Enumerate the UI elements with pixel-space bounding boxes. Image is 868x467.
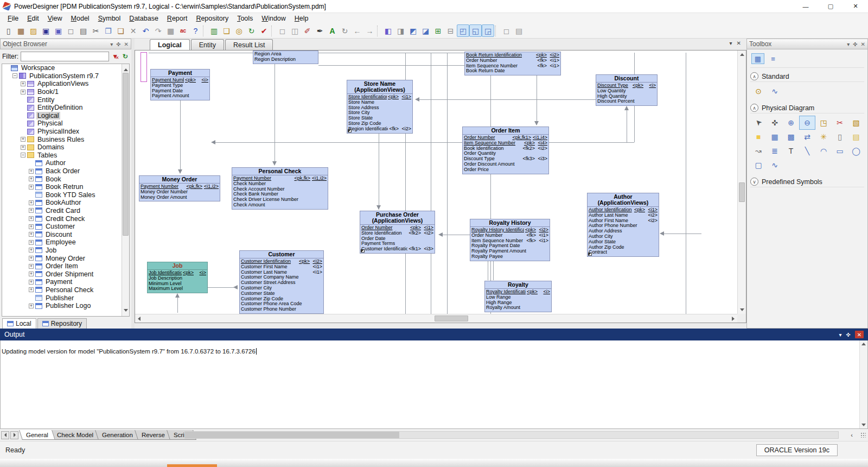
toolbar-button-spell-check[interactable]: ac bbox=[177, 24, 189, 37]
chevron-down-icon[interactable]: ▾ bbox=[839, 332, 842, 338]
vertical-scroll-thumb[interactable] bbox=[739, 182, 745, 202]
toolbar-button-page-one-window[interactable]: ◩ bbox=[407, 24, 419, 37]
table-symbol-royalty-history[interactable]: Royalty HistoryRoyalty History Identific… bbox=[470, 219, 550, 261]
tree-item-book-1[interactable]: +Book/1 bbox=[2, 88, 129, 96]
expander-icon[interactable]: + bbox=[29, 256, 34, 261]
tool-package[interactable]: ■ bbox=[750, 130, 767, 144]
menu-model[interactable]: Model bbox=[67, 14, 94, 23]
tool-rectangle[interactable]: ▭ bbox=[832, 144, 848, 158]
tool-zoom-page[interactable]: ⊙ bbox=[750, 84, 767, 98]
toolbar-button-check-model[interactable]: ✔ bbox=[258, 24, 270, 37]
toolbar-button-text-style[interactable]: A bbox=[326, 24, 339, 37]
menu-edit[interactable]: Edit bbox=[23, 14, 43, 23]
tree-item-book-ytd-sales[interactable]: +Book YTD Sales bbox=[2, 191, 129, 199]
tool-view[interactable]: ▩ bbox=[783, 130, 799, 144]
toolbar-button-generate-sync-window[interactable]: ⊞ bbox=[432, 24, 444, 37]
expand-chevron-icon[interactable]: ∨ bbox=[750, 178, 758, 186]
tree-item-order-shipment[interactable]: +Order Shipment bbox=[2, 270, 129, 278]
tree-item-credit-card[interactable]: +Credit Card bbox=[2, 207, 129, 215]
tree-item-customer[interactable]: +Customer bbox=[2, 223, 129, 231]
tool-line[interactable]: ╲ bbox=[799, 144, 815, 158]
toolbar-button-go-next[interactable]: → bbox=[363, 24, 376, 37]
table-symbol-personal-check[interactable]: Personal CheckPayment Number<pk,fk><i1,i… bbox=[232, 167, 328, 210]
toolbar-button-auto-layout[interactable]: ◫ bbox=[289, 24, 301, 37]
tool-open-diagram[interactable]: ◳ bbox=[815, 116, 832, 130]
toolbar-button-fill-style[interactable]: ✒ bbox=[314, 24, 326, 37]
tree-item-money-order[interactable]: +Money Order bbox=[2, 254, 129, 262]
tool-file[interactable]: ▯ bbox=[832, 130, 848, 144]
tree-item-applicationviews[interactable]: +ApplicationViews bbox=[2, 80, 129, 88]
toolbar-button-print-2[interactable]: ▤ bbox=[513, 24, 525, 37]
tree-item-publisher[interactable]: +Publisher bbox=[2, 294, 129, 302]
tree-item-tables[interactable]: −Tables bbox=[2, 152, 129, 160]
tree-item-physicalindex[interactable]: +PhysicalIndex bbox=[2, 128, 129, 136]
output-tab-reverse[interactable]: Reverse bbox=[135, 430, 172, 440]
expand-corner-icon[interactable] bbox=[348, 129, 352, 132]
toolbar-button-rotate[interactable]: ↻ bbox=[339, 24, 351, 37]
toolbar-button-go-previous[interactable]: ← bbox=[351, 24, 363, 37]
menu-view[interactable]: View bbox=[43, 14, 67, 23]
toolbar-button-paste-as-shortcut[interactable]: ❏ bbox=[220, 24, 233, 37]
chevron-down-icon[interactable]: ▾ bbox=[110, 41, 113, 47]
expander-icon[interactable]: + bbox=[29, 224, 34, 229]
collapse-chevron-icon[interactable]: ∧ bbox=[750, 104, 758, 112]
scroll-down-icon[interactable] bbox=[740, 308, 744, 311]
scroll-right-icon[interactable] bbox=[732, 317, 735, 321]
menu-window[interactable]: Window bbox=[257, 14, 290, 23]
expand-corner-icon[interactable] bbox=[588, 253, 592, 256]
diagram-tab-result-list[interactable]: Result List bbox=[225, 39, 273, 50]
tree-item-credit-check[interactable]: +Credit Check bbox=[2, 214, 129, 223]
tool-arc[interactable]: ◠ bbox=[815, 144, 832, 158]
expander-icon[interactable]: + bbox=[29, 185, 34, 190]
tree-item-physical[interactable]: +Physical bbox=[2, 119, 129, 128]
toolbar-button-grid-view-window[interactable]: ◲ bbox=[482, 24, 494, 37]
expander-icon[interactable]: + bbox=[21, 137, 25, 142]
expander-icon[interactable]: + bbox=[21, 145, 25, 150]
toolbar-button-open-file[interactable]: ▨ bbox=[27, 24, 40, 37]
tool-text[interactable]: T bbox=[783, 144, 799, 158]
toolbar-button-page-two-window[interactable]: ◪ bbox=[419, 24, 432, 37]
table-symbol-customer[interactable]: CustomerCustomer Identification<pk><i2>C… bbox=[239, 250, 324, 314]
expand-corner-icon[interactable] bbox=[361, 249, 365, 253]
toolbar-button-new-document[interactable]: ▯ bbox=[2, 24, 15, 37]
close-icon[interactable]: ✕ bbox=[737, 40, 741, 46]
expander-icon[interactable]: + bbox=[29, 272, 34, 276]
tool-extended-dependency[interactable]: ↝ bbox=[750, 144, 767, 158]
resize-grip[interactable] bbox=[860, 432, 866, 438]
menu-file[interactable]: File bbox=[3, 14, 23, 23]
toolbar-button-open-workspace[interactable]: ▦ bbox=[15, 24, 27, 37]
tree-item-business-rules[interactable]: +Business Rules bbox=[2, 135, 129, 143]
table-symbol-payment[interactable]: PaymentPayment Number<pk><i>Payment Type… bbox=[150, 69, 210, 100]
filter-input[interactable] bbox=[21, 52, 109, 61]
expander-icon[interactable]: + bbox=[21, 90, 25, 94]
toolbar-button-print-preview[interactable]: ◻ bbox=[65, 24, 77, 37]
tree-item-book-retrun[interactable]: +Book Retrun bbox=[2, 183, 129, 191]
tree-item-order-item[interactable]: +Order Item bbox=[2, 262, 129, 270]
scroll-left-icon[interactable] bbox=[138, 317, 141, 321]
table-symbol-order-item[interactable]: Order ItemOrder Number<pk,fk1><i1,i4>Ite… bbox=[462, 127, 549, 174]
tree-item-payment[interactable]: +Payment bbox=[2, 278, 129, 286]
tool-fact[interactable]: ≣ bbox=[767, 144, 783, 158]
close-button[interactable]: ✕ bbox=[843, 0, 868, 12]
chevron-down-icon[interactable]: ▾ bbox=[847, 41, 850, 47]
expander-icon[interactable]: + bbox=[29, 287, 34, 292]
tree-item-author[interactable]: +Author bbox=[2, 159, 129, 167]
expander-icon[interactable]: + bbox=[21, 81, 25, 86]
tool-pointer[interactable]: ➤ bbox=[750, 116, 767, 130]
diagram-tab-logical[interactable]: Logical bbox=[150, 39, 190, 50]
tree-item-workspace[interactable]: +Workspace bbox=[2, 64, 129, 72]
tool-note[interactable]: ▤ bbox=[848, 130, 864, 144]
tool-zoom-out[interactable]: ⊖ bbox=[799, 116, 815, 130]
table-symbol-royalty[interactable]: RoyaltyRoyalty Identification<pk><i>Low … bbox=[484, 281, 552, 312]
toolbar-button-undo[interactable]: ↶ bbox=[139, 24, 152, 37]
toolbar-button-zoom-view-window[interactable]: ◰ bbox=[457, 24, 469, 37]
expander-icon[interactable]: + bbox=[29, 304, 34, 308]
tree-item-book[interactable]: +Book bbox=[2, 175, 129, 183]
toolbar-button-cut[interactable]: ✂ bbox=[90, 24, 102, 37]
toolbar-button-line-style[interactable]: ✐ bbox=[301, 24, 314, 37]
scroll-up-icon[interactable] bbox=[861, 343, 866, 345]
toolbar-button-delete[interactable]: ✕ bbox=[127, 24, 139, 37]
table-symbol-store-name[interactable]: Store Name(ApplicationViews)Store Identi… bbox=[347, 80, 413, 134]
tab-scroll-right-button[interactable] bbox=[10, 431, 18, 439]
table-symbol-region[interactable]: Region AreaRegion Description bbox=[253, 51, 318, 64]
